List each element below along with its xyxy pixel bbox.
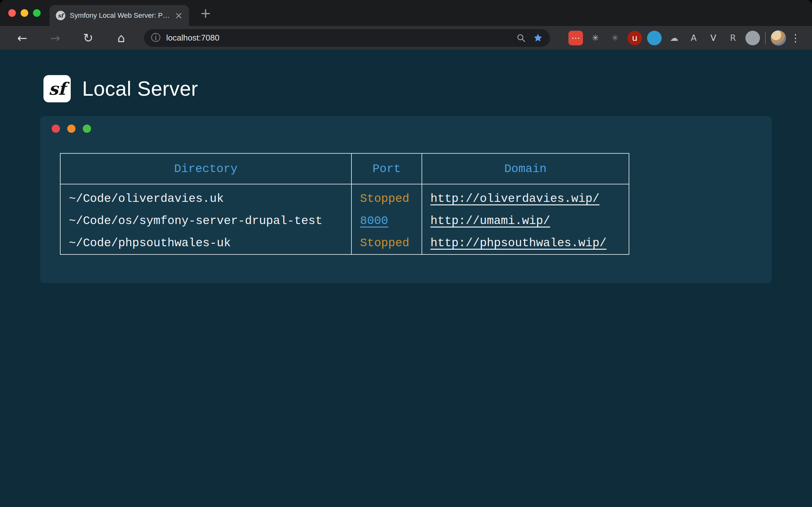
table-row: ~/Code/os/symfony-server-drupal-test 800… [60, 210, 629, 232]
page-title: Local Server [82, 77, 198, 101]
domain-link[interactable]: http://phpsouthwales.wip/ [430, 236, 606, 250]
table-row: ~/Code/oliverdavies.uk Stopped http://ol… [60, 184, 629, 210]
extension-letter-r-icon[interactable]: R [726, 31, 740, 45]
browser-window: sf Symfony Local Web Server: Prox × + ← … [0, 0, 812, 507]
tab-strip: sf Symfony Local Web Server: Prox × + [0, 0, 812, 26]
browser-tab[interactable]: sf Symfony Local Web Server: Prox × [49, 5, 189, 26]
extensions-bar: ⋯ ✳ ✳ u ☁ A V R [568, 31, 760, 45]
tab-favicon-icon: sf [56, 11, 65, 20]
extension-github-icon[interactable] [745, 31, 760, 45]
extension-dark-gear-icon[interactable]: ✳ [608, 31, 622, 45]
address-bar[interactable]: ⓘ localhost:7080 [144, 29, 550, 47]
url-text: localhost:7080 [166, 33, 509, 43]
new-tab-button[interactable]: + [197, 5, 214, 21]
directory-cell: ~/Code/phpsouthwales-uk [60, 232, 351, 255]
profile-avatar[interactable] [771, 31, 786, 46]
forward-icon[interactable]: → [45, 28, 65, 48]
zoom-icon[interactable] [516, 33, 526, 43]
domain-link[interactable]: http://umami.wip/ [430, 214, 550, 228]
site-info-icon[interactable]: ⓘ [151, 32, 160, 44]
port-status: Stopped [360, 236, 409, 250]
extension-letter-a-icon[interactable]: A [687, 31, 701, 45]
extension-blue-circle-icon[interactable] [647, 31, 662, 45]
directory-cell: ~/Code/os/symfony-server-drupal-test [60, 210, 351, 232]
extension-ublock-icon[interactable]: u [627, 31, 642, 45]
page-header: sf Local Server [44, 75, 812, 102]
symfony-logo: sf [44, 75, 71, 102]
maximize-window-button[interactable] [33, 9, 41, 17]
reload-icon[interactable]: ↻ [78, 28, 98, 48]
servers-table: Directory Port Domain ~/Code/oliverdavie… [60, 153, 629, 255]
panel-window-dots [52, 124, 772, 133]
panel-orange-dot-icon [67, 124, 75, 133]
panel-green-dot-icon [83, 124, 91, 133]
browser-toolbar: ← → ↻ ⌂ ⓘ localhost:7080 ⋯ ✳ ✳ u ☁ [0, 26, 812, 50]
column-header-port: Port [351, 153, 422, 184]
extension-letter-v-icon[interactable]: V [706, 31, 721, 45]
table-header-row: Directory Port Domain [60, 153, 629, 184]
bookmark-star-icon[interactable] [533, 33, 543, 43]
column-header-domain: Domain [422, 153, 629, 184]
macos-traffic-lights [0, 9, 41, 17]
extension-red-dots-icon[interactable]: ⋯ [568, 31, 583, 45]
home-icon[interactable]: ⌂ [111, 28, 131, 48]
port-link[interactable]: 8000 [360, 214, 388, 228]
toolbar-separator [765, 32, 766, 44]
table-row: ~/Code/phpsouthwales-uk Stopped http://p… [60, 232, 629, 255]
minimize-window-button[interactable] [20, 9, 28, 17]
domain-link[interactable]: http://oliverdavies.wip/ [430, 192, 600, 205]
extension-gear-icon[interactable]: ✳ [588, 31, 603, 45]
browser-menu-icon[interactable]: ⋮ [789, 28, 803, 48]
close-window-button[interactable] [8, 9, 16, 17]
port-status: Stopped [360, 192, 409, 205]
tab-close-icon[interactable]: × [175, 11, 183, 20]
back-icon[interactable]: ← [12, 28, 32, 48]
panel-red-dot-icon [52, 124, 60, 133]
servers-table-wrap: Directory Port Domain ~/Code/oliverdavie… [60, 153, 772, 255]
page-content: sf Local Server Directory Port Domain [0, 50, 812, 507]
tab-title: Symfony Local Web Server: Prox [70, 11, 170, 20]
server-panel: Directory Port Domain ~/Code/oliverdavie… [40, 116, 772, 283]
directory-cell: ~/Code/oliverdavies.uk [60, 184, 351, 210]
extension-cloud-icon[interactable]: ☁ [667, 31, 681, 45]
column-header-directory: Directory [60, 153, 351, 184]
